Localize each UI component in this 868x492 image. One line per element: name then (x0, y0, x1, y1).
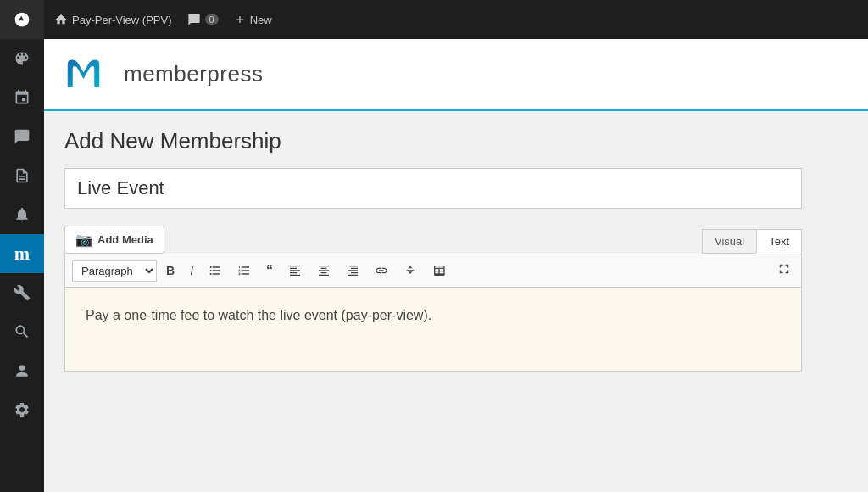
sidebar-item-tools[interactable] (0, 273, 44, 312)
mp-logo-text: memberpress (124, 61, 263, 87)
editor-mode-tabs: Visual Text (702, 229, 802, 254)
page-content: Add New Membership 📷 Add Media Visual Te… (44, 111, 868, 389)
main-wrapper: Pay-Per-View (PPV) 0 New (44, 0, 868, 492)
sidebar-item-user[interactable] (0, 351, 44, 390)
sidebar-item-wrench[interactable] (0, 312, 44, 351)
align-left-button[interactable] (282, 260, 308, 281)
sidebar-item-wordpress[interactable] (0, 0, 44, 39)
add-media-icon: 📷 (75, 232, 92, 248)
sidebar-item-pages[interactable] (0, 156, 44, 195)
content-area: memberpress Add New Membership 📷 Add Med… (44, 39, 868, 492)
sidebar-item-memberpress[interactable]: m (0, 234, 44, 273)
editor-body-text: Pay a one-time fee to watch the live eve… (86, 305, 781, 327)
sidebar-item-feedback[interactable] (0, 195, 44, 234)
topbar-site-name: Pay-Per-View (PPV) (72, 14, 172, 26)
link-button[interactable] (369, 260, 394, 281)
align-center-button[interactable] (311, 260, 337, 281)
topbar-new[interactable]: New (234, 14, 272, 26)
membership-title-input[interactable] (64, 168, 802, 209)
sidebar-item-settings[interactable] (0, 390, 44, 429)
add-media-button[interactable]: 📷 Add Media (64, 226, 164, 254)
sidebar-item-palette[interactable] (0, 39, 44, 78)
fullscreen-button[interactable] (774, 259, 794, 282)
italic-button[interactable]: I (184, 260, 199, 281)
editor-toolbar: Paragraph Heading 1 Heading 2 Heading 3 … (64, 254, 802, 287)
add-media-label: Add Media (97, 233, 153, 246)
ol-button[interactable] (231, 260, 257, 281)
mp-logo-svg (64, 53, 115, 95)
editor-body[interactable]: Pay a one-time fee to watch the live eve… (64, 287, 802, 372)
page-title: Add New Membership (64, 128, 848, 154)
tab-text[interactable]: Text (756, 229, 802, 254)
paragraph-format-select[interactable]: Paragraph Heading 1 Heading 2 Heading 3 (72, 260, 157, 282)
blockquote-button[interactable]: “ (260, 260, 279, 282)
editor-tabs-row: 📷 Add Media Visual Text (64, 226, 802, 254)
tab-visual[interactable]: Visual (702, 229, 756, 254)
topbar: Pay-Per-View (PPV) 0 New (44, 0, 868, 39)
table-button[interactable] (426, 260, 452, 281)
topbar-comments-count: 0 (205, 14, 219, 25)
editor-wrapper: 📷 Add Media Visual Text Paragraph Headin… (64, 226, 802, 372)
align-right-button[interactable] (340, 260, 365, 281)
topbar-home[interactable]: Pay-Per-View (PPV) (54, 13, 172, 26)
sidebar-item-pin[interactable] (0, 78, 44, 117)
separator-button[interactable] (398, 260, 423, 281)
sidebar: m (0, 0, 44, 492)
ul-button[interactable] (203, 260, 228, 281)
topbar-new-label: New (250, 14, 272, 26)
bold-button[interactable]: B (160, 260, 181, 281)
mp-logo: memberpress (64, 53, 263, 95)
topbar-comments[interactable]: 0 (187, 13, 219, 26)
mp-header: memberpress (44, 39, 868, 111)
sidebar-item-comments[interactable] (0, 117, 44, 156)
